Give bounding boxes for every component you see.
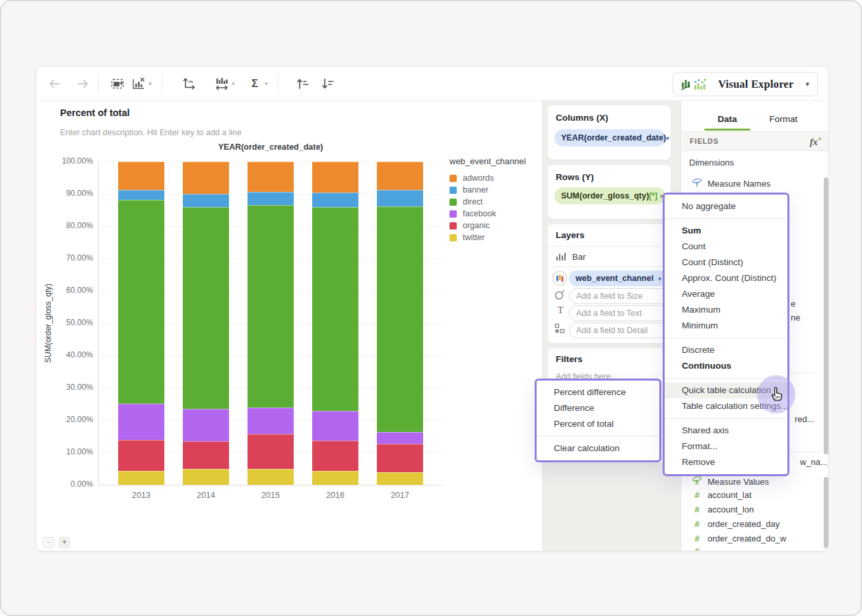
bar-segment-organic[interactable] (118, 440, 164, 471)
menu-item[interactable]: Approx. Count (Distinct) (665, 270, 787, 286)
detail-field-slot[interactable]: Add a field to Detail (569, 323, 668, 338)
bar-segment-facebook[interactable] (312, 411, 358, 441)
remove-viz-button[interactable] (130, 75, 147, 92)
field-item[interactable]: #account_lon (692, 505, 754, 514)
field-item[interactable]: #order_created_do_w (692, 534, 786, 543)
sort-ascending-icon (294, 76, 310, 92)
pill-caret-icon[interactable]: ▾ (658, 275, 661, 282)
legend-item-direct[interactable]: direct (449, 197, 483, 206)
swap-axes-button[interactable] (180, 75, 197, 92)
bar-segment-twitter[interactable] (248, 469, 294, 485)
text-field-slot[interactable]: Add a field to Text (569, 305, 668, 321)
field-item[interactable]: #order_created_day (692, 519, 779, 529)
menu-item[interactable]: Percent difference (537, 385, 659, 400)
duplicate-viz-button[interactable] (109, 75, 126, 92)
menu-item[interactable]: Minimum (665, 318, 787, 334)
chart-title[interactable]: Percent of total (60, 108, 130, 118)
redo-button[interactable] (75, 75, 92, 92)
bar-segment-twitter[interactable] (377, 472, 423, 485)
bar-segment-twitter[interactable] (118, 471, 164, 485)
bar-segment-facebook[interactable] (183, 409, 229, 441)
menu-item[interactable]: Sum (665, 223, 787, 239)
menu-item[interactable]: Count (665, 239, 787, 255)
bar-segment-facebook[interactable] (118, 404, 164, 440)
bar-segment-organic[interactable] (183, 441, 229, 469)
legend-item-twitter[interactable]: twitter (449, 233, 484, 242)
menu-item[interactable]: Quick table calculation (665, 383, 787, 398)
bar-segment-adwords[interactable] (183, 162, 229, 194)
menu-item[interactable]: Percent of total (537, 416, 659, 432)
layers-title: Layers (556, 230, 585, 240)
bar-segment-twitter[interactable] (312, 471, 358, 485)
menu-item[interactable]: Clear calculation (537, 441, 659, 456)
menu-item[interactable]: Count (Distinct) (665, 255, 787, 270)
rows-field-pill[interactable]: SUM(order_gloss_qty) [*] ▾ (554, 187, 665, 204)
zoom-in-button[interactable]: + (59, 537, 70, 548)
bar-segment-direct[interactable] (312, 207, 358, 411)
legend-item-organic[interactable]: organic (449, 221, 490, 230)
chart-description-placeholder[interactable]: Enter chart description. Hit Enter key t… (60, 128, 242, 137)
legend-label: adwords (463, 173, 494, 183)
layer-mark-row[interactable]: Bar (556, 251, 585, 262)
columns-field-pill[interactable]: YEAR(order_created_date) ▾ (554, 129, 665, 146)
bar-width-button[interactable] (213, 75, 230, 92)
tab-format[interactable]: Format (757, 106, 810, 131)
add-calculation-button[interactable]: fx+ (810, 135, 822, 148)
menu-item[interactable]: Average (665, 286, 787, 302)
remove-viz-caret-icon[interactable]: ▾ (149, 80, 152, 87)
bar-segment-twitter[interactable] (183, 469, 229, 485)
zoom-out-button[interactable]: − (43, 537, 54, 548)
undo-button[interactable] (46, 75, 63, 92)
bar-segment-direct[interactable] (118, 200, 164, 404)
menu-item[interactable]: Maximum (665, 302, 787, 318)
menu-item[interactable]: Discrete (665, 342, 787, 358)
size-field-slot[interactable]: Add a field to Size (569, 288, 668, 304)
menu-item[interactable]: Shared axis (665, 423, 787, 439)
color-field-pill[interactable]: web_event_channel ▾ (569, 270, 668, 286)
bar-segment-banner[interactable] (183, 194, 229, 208)
field-item[interactable]: #account_lat (692, 490, 752, 500)
menu-item[interactable]: Format... (665, 439, 787, 454)
field-label: account_lat (708, 490, 752, 500)
bar-segment-banner[interactable] (312, 193, 358, 207)
toolbar-divider (98, 73, 99, 94)
menu-item[interactable]: Table calculation settings... (665, 398, 787, 414)
menu-item[interactable]: Remove (665, 454, 787, 470)
bar-segment-banner[interactable] (248, 192, 294, 205)
bar-segment-direct[interactable] (248, 205, 294, 408)
bar-segment-facebook[interactable] (248, 408, 294, 433)
sort-descending-button[interactable] (319, 75, 336, 92)
bar-width-caret-icon[interactable]: ▾ (232, 80, 235, 87)
field-item[interactable]: # Measure Values (692, 476, 769, 488)
bar-segment-direct[interactable] (183, 207, 229, 409)
bar-segment-adwords[interactable] (312, 162, 358, 193)
tab-data[interactable]: Data (701, 106, 754, 131)
legend-item-banner[interactable]: banner (449, 185, 488, 195)
bar-segment-organic[interactable] (377, 444, 423, 472)
aggregate-caret-icon[interactable]: ▾ (265, 80, 268, 87)
legend-swatch-icon (449, 210, 457, 218)
menu-item[interactable]: Difference (537, 400, 659, 416)
scrollbar-thumb[interactable] (824, 177, 828, 454)
visual-explorer-selector[interactable]: Visual Explorer ▾ (673, 72, 818, 96)
pill-caret-icon[interactable]: ▾ (666, 135, 669, 142)
aggregate-button[interactable]: Σ (246, 75, 263, 92)
menu-item[interactable]: Continuous (665, 358, 787, 374)
legend-item-facebook[interactable]: facebook (449, 209, 496, 218)
dimensions-label: Dimensions (689, 158, 734, 168)
bar-segment-banner[interactable] (377, 190, 423, 206)
sort-ascending-button[interactable] (294, 75, 311, 92)
bar-segment-organic[interactable] (312, 441, 358, 472)
field-item[interactable]: T Measure Names (692, 177, 770, 190)
legend-item-adwords[interactable]: adwords (449, 173, 494, 183)
scrollbar-thumb[interactable] (824, 477, 828, 548)
bar-segment-adwords[interactable] (377, 162, 423, 190)
bar-segment-facebook[interactable] (377, 432, 423, 444)
bar-segment-direct[interactable] (377, 206, 423, 432)
bar-segment-banner[interactable] (118, 190, 164, 200)
menu-item[interactable]: No aggregate (665, 199, 787, 214)
bar-segment-organic[interactable] (248, 434, 294, 469)
number-icon: # (692, 548, 702, 551)
bar-segment-adwords[interactable] (118, 162, 164, 190)
bar-segment-adwords[interactable] (248, 162, 294, 192)
